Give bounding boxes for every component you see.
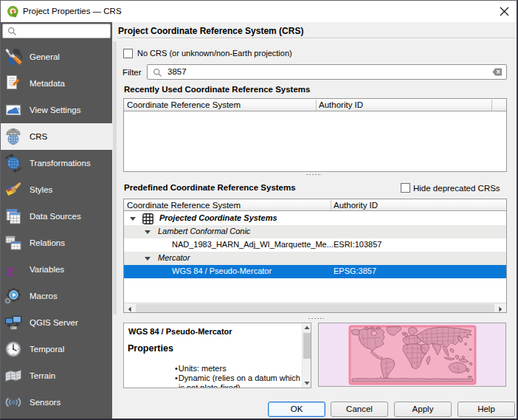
svg-text:ε: ε <box>7 260 15 279</box>
